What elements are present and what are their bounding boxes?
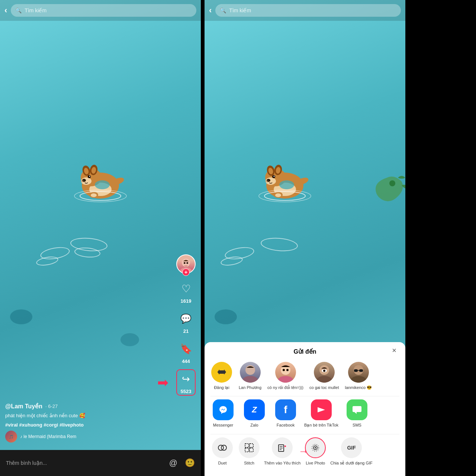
creator-avatar[interactable]: + <box>176 254 196 274</box>
svg-point-51 <box>283 369 285 371</box>
comment-button[interactable]: 💬 21 <box>178 311 194 334</box>
zalo-label: Zalo <box>250 422 258 428</box>
sms-label: SMS <box>353 422 361 428</box>
music-disc-icon: 🎵 <box>5 431 17 443</box>
messenger-icon <box>213 399 234 420</box>
comment-icon: 💬 <box>178 311 194 327</box>
svg-point-4 <box>82 179 86 182</box>
search-bar-right[interactable]: 🔍 Tìm kiếm <box>215 4 401 17</box>
app-facebook[interactable]: f Facebook <box>273 399 298 428</box>
svg-point-22 <box>186 262 188 264</box>
app-sms[interactable]: SMS <box>344 399 370 428</box>
duet-label: Duet <box>218 460 226 466</box>
svg-point-42 <box>389 180 395 186</box>
svg-rect-70 <box>245 448 249 452</box>
action-stitch[interactable]: Stitch <box>237 437 261 466</box>
bottom-icons-group: @ 🙂 <box>169 458 195 468</box>
svg-point-14 <box>95 180 110 189</box>
duet-icon <box>212 437 233 458</box>
music-name-text: ♪ le Mermaid (Marimba Rem <box>20 434 76 439</box>
svg-point-48 <box>242 376 258 383</box>
action-gif[interactable]: GIF Chia sẻ dưới dạng GIF <box>330 437 373 466</box>
contact-anime[interactable]: có ny rồi đổi tên=))) <box>267 362 303 390</box>
svg-marker-65 <box>354 412 357 414</box>
repost-avatar <box>211 362 232 383</box>
action-add-favorite[interactable]: Thêm vào Yêu thích <box>264 437 300 466</box>
svg-point-79 <box>315 447 316 448</box>
contact-sunglasses[interactable]: lanmikenco 😎 <box>345 362 372 390</box>
share-sheet-title: Gửi đến <box>294 348 316 355</box>
svg-marker-63 <box>318 407 325 412</box>
svg-point-36 <box>275 193 281 197</box>
search-bar[interactable]: 🔍 Tìm kiếm <box>11 4 196 17</box>
app-messenger[interactable]: Messenger <box>210 399 236 428</box>
contact-lan-phuong[interactable]: Lan Phương <box>239 362 261 390</box>
emoji-icon[interactable]: 🙂 <box>185 458 195 468</box>
anime-avatar <box>275 362 296 383</box>
share-count: 5523 <box>181 389 192 394</box>
music-info[interactable]: 🎵 ♪ le Mermaid (Marimba Rem <box>5 431 175 443</box>
app-zalo[interactable]: Z Zalo <box>242 399 267 428</box>
save-button[interactable]: 🔖 444 <box>178 341 194 364</box>
eye-avatar <box>314 362 335 383</box>
svg-rect-71 <box>250 448 253 452</box>
sms-icon <box>347 399 367 420</box>
corgi-illustration <box>71 156 130 206</box>
back-button[interactable]: ‹ <box>4 6 7 15</box>
svg-point-58 <box>350 376 367 383</box>
app-tiktok-friends[interactable]: Bạn bè trên TikTok <box>304 399 338 428</box>
share-icon: ↪ <box>178 371 194 387</box>
svg-rect-60 <box>359 369 363 372</box>
lan-phuong-label: Lan Phương <box>239 385 261 390</box>
action-buttons: + ♡ 1619 💬 21 🔖 444 ➡ ↪ 5523 <box>176 254 196 394</box>
video-info: @Lam Tuyền · 6-27 phát hiện một chiếc ản… <box>5 403 175 443</box>
top-bar: ‹ 🔍 Tìm kiếm <box>0 0 201 21</box>
action-duet[interactable]: Duet <box>210 437 234 466</box>
add-favorite-icon <box>272 437 293 458</box>
back-button-right[interactable]: ‹ <box>209 6 212 15</box>
stitch-icon <box>239 437 260 458</box>
svg-rect-69 <box>250 444 253 447</box>
eye-label: co gai toc mullet <box>309 385 339 390</box>
search-icon: 🔍 <box>15 7 22 13</box>
comment-count: 21 <box>183 328 189 334</box>
add-favorite-label: Thêm vào Yêu thích <box>264 460 300 466</box>
tiktok-friends-icon <box>311 399 332 420</box>
svg-point-37 <box>279 180 294 189</box>
share-sheet: Gửi đến × Đăng lại <box>205 342 405 476</box>
caption-text: phát hiện một chiếc ảnh nền cute 🥰 <box>5 412 175 419</box>
apps-row: Messenger Z Zalo f Facebook Bạn bè trên … <box>205 396 405 434</box>
corgi-illustration-right <box>255 156 315 206</box>
hashtags-text[interactable]: #viral #xuhuong #corgi #livephoto <box>5 422 175 428</box>
svg-rect-59 <box>354 369 358 372</box>
contact-eye[interactable]: co gai toc mullet <box>309 362 339 390</box>
svg-rect-64 <box>353 406 361 412</box>
lan-phuong-avatar <box>240 362 261 383</box>
bottom-bar: Thêm bình luận... @ 🙂 <box>0 450 201 476</box>
contact-item-repost[interactable]: Đăng lại <box>210 362 233 390</box>
close-sheet-button[interactable]: × <box>389 345 399 356</box>
at-icon[interactable]: @ <box>169 458 177 468</box>
comment-input-placeholder[interactable]: Thêm bình luận... <box>6 460 165 466</box>
like-button[interactable]: ♡ 1619 <box>178 280 194 304</box>
username-text[interactable]: @Lam Tuyền <box>5 403 42 410</box>
heart-icon: ♡ <box>178 280 194 297</box>
left-screen: ‹ 🔍 Tìm kiếm + ♡ 1619 <box>0 0 201 476</box>
svg-point-54 <box>316 376 332 383</box>
top-bar-right: ‹ 🔍 Tìm kiếm <box>205 0 405 21</box>
gif-icon: GIF <box>341 437 362 458</box>
svg-point-29 <box>274 176 275 177</box>
sunglasses-avatar <box>348 362 369 383</box>
share-sheet-header: Gửi đến × <box>205 342 405 359</box>
messenger-label: Messenger <box>213 422 233 428</box>
post-date-text: · 6-27 <box>45 403 58 409</box>
search-placeholder-right: Tìm kiếm <box>229 7 251 13</box>
arrow-indicator: ➡ <box>157 375 168 390</box>
facebook-label: Facebook <box>277 422 295 428</box>
svg-point-56 <box>323 370 325 372</box>
svg-rect-68 <box>245 444 249 447</box>
svg-point-6 <box>89 176 90 177</box>
share-button[interactable]: ➡ ↪ 5523 <box>178 371 194 394</box>
follow-plus-button[interactable]: + <box>182 268 190 276</box>
svg-point-27 <box>267 179 270 182</box>
